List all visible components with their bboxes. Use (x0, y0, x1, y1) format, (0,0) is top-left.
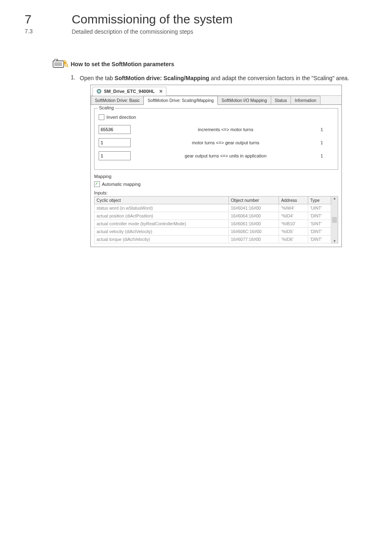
section-title: Detailed description of the commissionin… (71, 28, 193, 35)
gear-output-input[interactable] (99, 151, 131, 160)
invert-direction-row[interactable]: Invert direction (99, 114, 334, 120)
scale-label-2: gear output turns <=> units in applicati… (131, 153, 321, 158)
sub-tab-bar: SoftMotion Drive: Basic SoftMotion Drive… (91, 96, 341, 105)
step-1: 1. Open the tab SoftMotion drive: Scalin… (71, 74, 367, 82)
invert-direction-checkbox[interactable] (99, 114, 104, 120)
howto-title: How to set the SoftMotion parameters (71, 61, 174, 67)
scale-label-1: motor turns <=> gear output turns (131, 140, 321, 145)
col-object-number[interactable]: Object number (228, 197, 279, 204)
chapter-header: 7 Commissioning of the system 7.3 Detail… (25, 12, 367, 35)
scale-right-0: 1 (321, 127, 334, 132)
tab-basic[interactable]: SoftMotion Drive: Basic (91, 96, 144, 104)
procedure-icon (53, 58, 71, 70)
tab-information[interactable]: Information (291, 96, 321, 104)
file-tab-label: SM_Drive_ETC_9400HL (104, 89, 155, 94)
scale-label-0: increments <=> motor turns (131, 127, 321, 132)
table-row[interactable]: actual torque (diActVelocity)16#6077:16#… (95, 236, 331, 243)
file-tab-bar: SM_Drive_ETC_9400HL ✕ (91, 85, 341, 96)
tab-status[interactable]: Status (271, 96, 291, 104)
scale-right-1: 1 (321, 140, 334, 145)
inputs-table: Cyclic object Object number Address Type… (94, 196, 331, 243)
step-number: 1. (71, 74, 80, 82)
scroll-up-icon[interactable]: ▲ (333, 197, 336, 200)
howto-heading: How to set the SoftMotion parameters (53, 58, 367, 70)
svg-point-7 (98, 90, 100, 92)
mapping-legend: Mapping (94, 174, 338, 179)
svg-line-5 (67, 66, 68, 67)
tab-io-mapping[interactable]: SoftMotion I/O Mapping (217, 96, 271, 104)
section-number: 7.3 (25, 28, 70, 35)
gear-icon (96, 88, 102, 94)
inputs-label: Inputs: (94, 190, 338, 195)
separator: _ _ _ _ _ _ _ _ _ _ _ _ _ _ _ _ _ _ _ _ … (25, 44, 367, 51)
chapter-number: 7 (25, 12, 70, 26)
scaling-legend: Scaling (98, 105, 115, 110)
auto-mapping-checkbox[interactable] (94, 181, 100, 187)
scroll-thumb[interactable] (332, 217, 337, 223)
motor-turns-input[interactable] (99, 138, 131, 147)
auto-mapping-row[interactable]: Automatic mapping (94, 181, 338, 187)
scroll-down-icon[interactable]: ▼ (333, 239, 336, 243)
col-cyclic[interactable]: Cyclic object (95, 197, 229, 204)
scale-row-1: motor turns <=> gear output turns 1 (99, 138, 334, 147)
scale-row-0: increments <=> motor turns 1 (99, 125, 334, 134)
invert-direction-label: Invert direction (106, 115, 136, 120)
scale-right-2: 1 (321, 153, 334, 158)
scaling-group: Scaling Invert direction increments <=> … (94, 108, 338, 170)
increments-input[interactable] (99, 125, 131, 134)
file-tab[interactable]: SM_Drive_ETC_9400HL ✕ (92, 87, 166, 96)
step-text: Open the tab SoftMotion drive: Scaling/M… (80, 74, 349, 82)
table-scrollbar[interactable]: ▲ ▼ (331, 196, 338, 243)
inputs-table-wrap: Cyclic object Object number Address Type… (94, 196, 338, 243)
close-icon[interactable]: ✕ (159, 89, 163, 94)
screenshot-panel: SM_Drive_ETC_9400HL ✕ SoftMotion Drive: … (90, 85, 342, 247)
col-type[interactable]: Type (308, 197, 331, 204)
tab-scaling-mapping[interactable]: SoftMotion Drive: Scaling/Mapping (143, 96, 218, 105)
table-row[interactable]: actual position (diActPosition)16#6064:1… (95, 212, 331, 220)
table-row[interactable]: actual controller mode (byRealController… (95, 220, 331, 228)
table-row[interactable]: actual velocity (diActVelocity)16#606C:1… (95, 228, 331, 236)
scale-row-2: gear output turns <=> units in applicati… (99, 151, 334, 160)
col-address[interactable]: Address (279, 197, 308, 204)
table-row[interactable]: status word (in.wStatusWord)16#6041:16#0… (95, 204, 331, 212)
auto-mapping-label: Automatic mapping (102, 182, 141, 187)
chapter-title: Commissioning of the system (71, 12, 233, 26)
